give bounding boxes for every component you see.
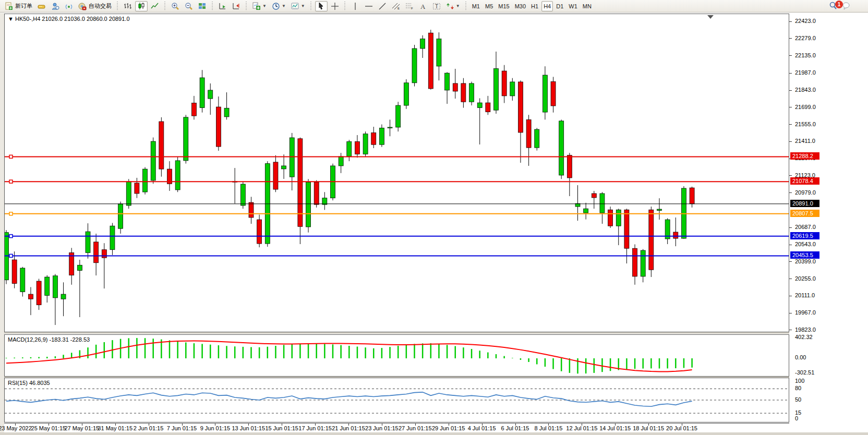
dropdown-caret-icon[interactable]: ▼	[282, 4, 286, 8]
candle-up	[86, 232, 90, 252]
bar-chart-button[interactable]	[122, 1, 134, 11]
price-tick-label: 19823.0	[795, 327, 816, 333]
channel-button[interactable]: E	[390, 1, 402, 11]
candle-up	[126, 182, 131, 206]
price-tick-label: 19967.0	[795, 309, 816, 316]
dropdown-caret-icon[interactable]: ▼	[456, 4, 460, 8]
candle-down	[649, 210, 654, 270]
price-axis[interactable]: 22423.022279.022135.021987.021843.021699…	[789, 14, 868, 332]
community-button[interactable]	[49, 1, 62, 11]
timeframe-m1-button[interactable]: M1	[470, 1, 482, 11]
price-tick-label: 22279.0	[795, 35, 816, 41]
candle-up	[379, 128, 384, 144]
fib-icon: F	[405, 2, 414, 10]
toolbar-separator	[309, 2, 313, 11]
tile-windows-button[interactable]	[196, 1, 209, 11]
candlestick-chart-canvas[interactable]	[5, 14, 789, 332]
candle-up	[420, 39, 425, 49]
candle-up	[339, 156, 343, 166]
chart-shift-button[interactable]	[230, 1, 243, 11]
rsi-panel[interactable]: RSI(15) 46.8035	[4, 378, 789, 422]
fibonacci-button[interactable]: F	[403, 1, 416, 11]
signals-button[interactable]	[63, 1, 75, 11]
vertical-line-button[interactable]	[349, 1, 361, 11]
candle-up	[494, 68, 499, 110]
time-axis[interactable]: 23 May 202225 May 01:1527 May 01:1531 Ma…	[4, 423, 789, 432]
candle-down	[690, 188, 694, 204]
candle-up	[184, 117, 188, 161]
zoom-in-button[interactable]	[169, 1, 182, 11]
timeframe-m30-button[interactable]: M30	[513, 1, 528, 11]
rsi-chart-canvas[interactable]	[5, 378, 789, 422]
crosshair-icon	[331, 2, 339, 10]
candle-down	[135, 183, 139, 194]
toolbar-separator	[116, 2, 119, 11]
shapes-icon	[446, 2, 454, 10]
candle-down	[624, 210, 629, 248]
candle-down	[273, 162, 278, 189]
new-chart-button[interactable]: ▼	[250, 1, 269, 11]
candle-down	[355, 142, 359, 154]
axis-tick	[789, 124, 792, 125]
toolbar-separator	[245, 2, 248, 11]
candles-icon	[137, 2, 146, 10]
candle-up	[559, 121, 564, 175]
line-chart-button[interactable]	[149, 1, 161, 11]
axis-tick	[789, 227, 792, 228]
notification-badge[interactable]: 1	[835, 1, 843, 8]
axis-tick	[789, 245, 792, 245]
candle-down	[159, 122, 164, 169]
text-button[interactable]: A	[417, 1, 429, 11]
time-label: 2 Jun 01:15	[134, 425, 164, 431]
candle-up	[45, 277, 50, 295]
zoom-out-button[interactable]	[183, 1, 195, 11]
price-tick-label: 20255.0	[795, 275, 816, 282]
macd-tick-label: 402.32	[795, 334, 813, 340]
panel-splitter[interactable]	[4, 332, 789, 334]
metaeditor-button[interactable]	[35, 1, 48, 11]
axis-tick	[789, 107, 792, 107]
macd-chart-canvas[interactable]	[5, 335, 789, 376]
collapse-arrow-icon[interactable]: ▼	[8, 16, 14, 22]
axis-tick	[789, 279, 792, 279]
timeframe-w1-button[interactable]: W1	[566, 1, 580, 11]
indicators-button[interactable]: ▼	[289, 1, 307, 11]
timeframe-d1-button[interactable]: D1	[554, 1, 565, 11]
arrows-button[interactable]: ▼	[444, 1, 462, 11]
macd-panel[interactable]: MACD(12,26,9) -183.31 -228.53	[4, 334, 789, 377]
zoomin-icon	[171, 2, 179, 10]
timeframe-mn-button[interactable]: MN	[581, 1, 594, 11]
timeframe-h4-button[interactable]: H4	[541, 1, 553, 11]
candlestick-button[interactable]	[135, 1, 148, 11]
dropdown-caret-icon[interactable]: ▼	[301, 4, 305, 8]
candle-down	[216, 107, 221, 147]
timeframe-m5-button[interactable]: M5	[483, 1, 495, 11]
candle-up	[290, 138, 294, 177]
rsi-tick-label: 0	[795, 415, 798, 421]
main-chart-panel[interactable]: ▼ HK50-,H4 21026.0 21036.0 20860.0 20891…	[4, 14, 789, 332]
macd-axis: 402.320.00-302.51	[789, 334, 868, 377]
candle-up	[584, 209, 588, 213]
price-tick-label: 21411.0	[795, 138, 815, 144]
trendline-button[interactable]	[376, 1, 389, 11]
candle-up	[208, 90, 213, 99]
timeframe-m15-button[interactable]: M15	[496, 1, 511, 11]
label-button[interactable]: T	[430, 1, 443, 11]
profiles-button[interactable]: ▼	[270, 1, 288, 11]
axis-tick	[789, 261, 792, 262]
auto-scroll-button[interactable]	[216, 1, 229, 11]
macd-tick-label: -302.51	[795, 369, 814, 376]
vline-icon	[351, 2, 359, 10]
linechart-icon	[151, 2, 159, 10]
horizontal-line-button[interactable]	[363, 1, 375, 11]
dropdown-caret-icon[interactable]: ▼	[262, 4, 267, 8]
new-order-button[interactable]: 新订单	[3, 1, 34, 11]
timeframe-h1-button[interactable]: H1	[529, 1, 540, 11]
rsi-line	[6, 392, 692, 406]
axis-tick	[789, 38, 792, 39]
resistance-line-1-handle	[9, 155, 13, 158]
cursor-button[interactable]	[315, 1, 328, 11]
crosshair-button[interactable]	[329, 1, 341, 11]
autotrading-button[interactable]: 自动交易	[76, 1, 114, 11]
left-gutter	[0, 13, 4, 432]
